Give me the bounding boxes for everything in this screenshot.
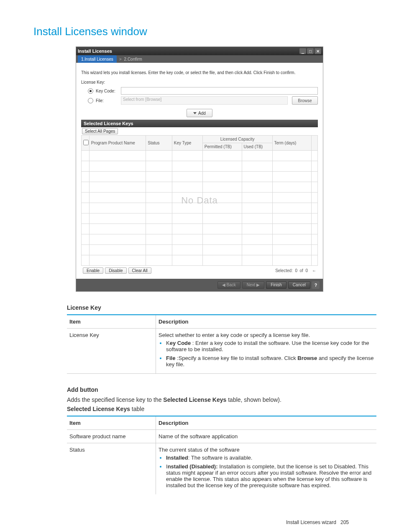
add-button-paragraph: Adds the specified license key to the Se… bbox=[67, 396, 376, 403]
col-used: Used (TB) bbox=[242, 143, 272, 151]
minimize-icon[interactable]: ⎯ bbox=[299, 48, 306, 54]
help-button[interactable]: ? bbox=[312, 281, 320, 289]
col-scrollbar bbox=[312, 136, 318, 151]
next-button[interactable]: Next ▶ bbox=[242, 281, 264, 289]
license-key-label: License Key: bbox=[81, 80, 318, 85]
enable-button[interactable]: Enable bbox=[83, 267, 103, 274]
col-capacity-group: Licensed Capacity bbox=[202, 136, 272, 143]
add-button[interactable]: Add bbox=[187, 109, 212, 117]
wizard-footer: ◀ Back Next ▶ Finish Cancel ? bbox=[76, 279, 323, 291]
select-all-checkbox[interactable] bbox=[83, 140, 89, 145]
back-button[interactable]: ◀ Back bbox=[217, 281, 240, 289]
step-confirm: 2.Confirm bbox=[124, 57, 142, 62]
clear-all-button[interactable]: Clear All bbox=[128, 267, 151, 274]
finish-button[interactable]: Finish bbox=[266, 281, 286, 289]
bullet-file: File :Specify a license key file to inst… bbox=[166, 355, 374, 368]
key-code-input[interactable] bbox=[121, 87, 318, 95]
row-software-product-name-desc: Name of the software application bbox=[156, 430, 377, 443]
wizard-steps: 1.Install Licenses > 2.Confirm bbox=[76, 55, 323, 63]
th-description: Description bbox=[156, 315, 377, 329]
maximize-icon[interactable]: □ bbox=[307, 48, 314, 54]
wizard-instruction: This wizard lets you install licenses. E… bbox=[81, 70, 318, 75]
add-button-heading: Add button bbox=[67, 386, 374, 393]
radio-file[interactable] bbox=[88, 98, 93, 103]
titlebar: Install Licenses ⎯ □ ✕ bbox=[76, 47, 323, 55]
th-item: Item bbox=[67, 416, 156, 430]
window-title: Install Licenses bbox=[78, 49, 112, 54]
bullet-key-code: KKey Codeey Code : Enter a key code to i… bbox=[166, 340, 374, 352]
selected-license-keys-doc-table: Item Description Software product name N… bbox=[67, 416, 376, 494]
pager-arrow-icon: ← bbox=[312, 268, 316, 273]
license-key-doc-table: Item Description License Key Select whet… bbox=[67, 314, 376, 374]
step-separator: > bbox=[119, 57, 122, 62]
col-term: Term (days) bbox=[272, 136, 312, 151]
table-body bbox=[82, 151, 318, 266]
no-data-watermark: No Data bbox=[181, 195, 218, 206]
row-status: Status bbox=[67, 443, 156, 495]
radio-key-code-label: Key Code: bbox=[96, 89, 121, 93]
cancel-button[interactable]: Cancel bbox=[288, 281, 310, 289]
col-checkbox[interactable] bbox=[82, 136, 90, 151]
page-footer: Install Licenses wizard 205 bbox=[25, 519, 349, 525]
disable-button[interactable]: Disable bbox=[105, 267, 126, 274]
col-key-type: Key Type bbox=[172, 136, 202, 151]
select-all-pages-button[interactable]: Select All Pages bbox=[82, 128, 118, 134]
license-key-heading: License Key bbox=[67, 304, 374, 311]
col-product: Program Product Name bbox=[89, 136, 146, 151]
col-status: Status bbox=[146, 136, 172, 151]
row-software-product-name: Software product name bbox=[67, 430, 156, 443]
page-title: Install Licenses window bbox=[33, 25, 374, 38]
bullet-installed-disabled: Installed (Disabled): Installation is co… bbox=[166, 463, 374, 488]
row-status-desc: The current status of the software Insta… bbox=[156, 443, 377, 495]
selected-count-label: Selected: 0 of 0 bbox=[275, 268, 308, 273]
col-permitted: Permitted (TB) bbox=[202, 143, 242, 151]
step-install-licenses[interactable]: 1.Install Licenses bbox=[78, 55, 117, 63]
th-description: Description bbox=[156, 416, 377, 430]
radio-file-label: File: bbox=[96, 98, 121, 103]
browse-button[interactable]: Browse bbox=[292, 96, 318, 105]
bullet-installed: Installed: The software is available. bbox=[166, 455, 374, 461]
file-path-display: Select from [Browse] bbox=[121, 96, 288, 105]
selected-license-keys-table-heading: Selected License Keys table bbox=[67, 406, 374, 412]
selected-license-keys-header: Selected License Keys bbox=[81, 120, 318, 127]
row-license-key: License Key bbox=[67, 329, 156, 374]
radio-key-code[interactable] bbox=[88, 88, 93, 94]
th-item: Item bbox=[67, 315, 156, 329]
row-license-key-desc: Select whether to enter a key code or sp… bbox=[156, 329, 377, 374]
install-licenses-window: Install Licenses ⎯ □ ✕ 1.Install License… bbox=[76, 46, 323, 292]
close-icon[interactable]: ✕ bbox=[315, 48, 321, 54]
